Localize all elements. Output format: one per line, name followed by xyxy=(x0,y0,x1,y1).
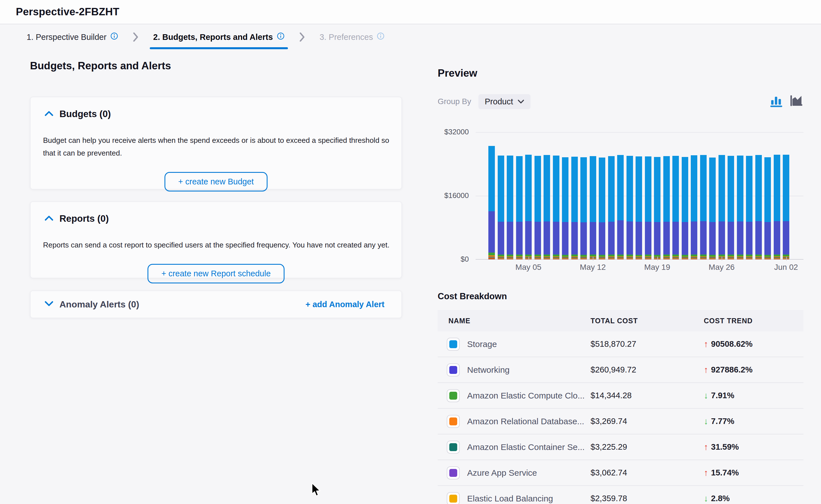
bar-segment-others xyxy=(728,259,734,259)
tab-preferences[interactable]: 3. Preferences xyxy=(316,25,389,49)
series-color-swatch xyxy=(447,415,460,428)
stacked-bar-May 24 xyxy=(700,155,707,259)
row-name: Elastic Load Balancing xyxy=(467,494,553,503)
bar-segment-storage xyxy=(553,156,559,222)
row-name: Networking xyxy=(467,365,510,375)
bar-segment-networking xyxy=(682,222,688,255)
stacked-bar-May 29 xyxy=(746,156,753,259)
table-row[interactable]: Amazon Elastic Container Se...$3,225.29↑… xyxy=(438,434,803,460)
x-axis-tick xyxy=(722,257,722,260)
bar-segment-networking xyxy=(663,222,670,255)
bar-segment-storage xyxy=(663,156,670,222)
bar-segment-others xyxy=(617,259,624,259)
bar-segment-storage xyxy=(691,155,697,221)
create-budget-button[interactable]: + create new Budget xyxy=(164,172,268,191)
bar-segment-networking xyxy=(488,211,495,253)
info-icon[interactable] xyxy=(377,32,384,42)
bar-segment-networking xyxy=(636,222,642,255)
bar-segment-networking xyxy=(654,222,661,255)
bar-segment-networking xyxy=(617,220,624,255)
bar-segment-others xyxy=(516,259,523,259)
chevron-up-icon[interactable] xyxy=(45,215,53,222)
x-axis-tick xyxy=(786,257,787,260)
bar-segment-amazon-elastic-compute-clo- xyxy=(580,255,587,257)
bar-segment-storage xyxy=(682,157,688,222)
bar-segment-others xyxy=(543,259,550,259)
x-axis-tick-label: May 26 xyxy=(699,263,744,272)
bar-segment-storage xyxy=(543,155,550,221)
wizard-tab-bar: 1. Perspective Builder 2. Budgets, Repor… xyxy=(0,25,821,49)
bar-segment-amazon-elastic-compute-clo- xyxy=(682,255,688,257)
stacked-bar-May 09 xyxy=(562,157,568,259)
table-row[interactable]: Elastic Load Balancing$2,359.78↓2.8% xyxy=(438,486,803,504)
info-icon[interactable] xyxy=(277,32,285,42)
x-axis-tick-label: May 05 xyxy=(506,263,551,272)
area-chart-icon[interactable] xyxy=(789,94,803,107)
table-row[interactable]: Amazon Elastic Compute Clo...$14,344.28↓… xyxy=(438,383,803,409)
bar-segment-amazon-elastic-compute-clo- xyxy=(672,255,679,257)
row-trend-value: 7.91% xyxy=(711,391,734,400)
bar-segment-storage xyxy=(700,155,707,221)
bar-segment-amazon-elastic-compute-clo- xyxy=(608,255,614,257)
tab-budgets-reports-alerts[interactable]: 2. Budgets, Reports and Alerts xyxy=(149,25,289,49)
bar-segment-others xyxy=(682,259,688,259)
chevron-up-icon[interactable] xyxy=(45,110,53,118)
bar-segment-amazon-elastic-compute-clo- xyxy=(562,255,568,257)
bar-segment-networking xyxy=(672,222,679,255)
bar-segment-amazon-elastic-compute-clo- xyxy=(507,255,513,257)
page-title: Perspective-2FBZHT xyxy=(16,6,119,18)
stacked-bar-May 22 xyxy=(682,157,688,259)
bar-segment-networking xyxy=(562,222,568,255)
bar-segment-networking xyxy=(709,222,716,255)
bar-segment-others xyxy=(764,259,771,259)
bar-segment-storage xyxy=(709,158,716,222)
bar-segment-amazon-elastic-compute-clo- xyxy=(543,255,550,257)
bar-segment-networking xyxy=(599,222,605,255)
bar-segment-storage xyxy=(617,155,624,220)
stacked-bar-May 12 xyxy=(590,156,596,259)
bar-segment-amazon-elastic-compute-clo- xyxy=(746,255,753,257)
stacked-bar-May 03 xyxy=(507,156,513,259)
trend-down-icon: ↓ xyxy=(704,391,708,401)
bar-chart-icon[interactable] xyxy=(770,94,783,107)
stacked-bar-May 04 xyxy=(516,156,523,259)
bar-segment-networking xyxy=(534,222,541,255)
x-axis-tick xyxy=(657,257,658,260)
add-anomaly-alert-button[interactable]: + add Anomaly Alert xyxy=(306,300,384,309)
table-row[interactable]: Azure App Service$3,062.74↑15.74% xyxy=(438,460,803,486)
bar-segment-others xyxy=(663,259,670,259)
perspective-wizard-page: Perspective-2FBZHT 1. Perspective Builde… xyxy=(0,0,821,504)
budgets-card: Budgets (0) Budget can help you receive … xyxy=(30,97,402,189)
bar-segment-others xyxy=(755,259,762,259)
bar-segment-networking xyxy=(691,221,697,255)
create-report-schedule-button[interactable]: + create new Report schedule xyxy=(147,264,285,283)
table-row[interactable]: Amazon Relational Database...$3,269.74↓7… xyxy=(438,409,803,434)
bar-segment-networking xyxy=(645,222,652,255)
stacked-bar-May 26 xyxy=(719,155,725,259)
stacked-bar-May 10 xyxy=(571,157,578,259)
stacked-bar-May 25 xyxy=(709,158,716,259)
bar-segment-others xyxy=(627,259,633,259)
bar-segment-storage xyxy=(608,156,614,222)
stacked-bar-May 18 xyxy=(645,156,652,260)
row-total-cost: $2,359.78 xyxy=(590,494,704,503)
table-row[interactable]: Networking$260,949.72↑927886.2% xyxy=(438,357,803,383)
table-row[interactable]: Storage$518,870.27↑90508.62% xyxy=(438,331,803,357)
bar-segment-others xyxy=(645,259,652,259)
cost-breakdown-heading: Cost Breakdown xyxy=(438,291,507,301)
info-icon[interactable] xyxy=(110,32,118,42)
stacked-bar-May 14 xyxy=(608,156,614,259)
chevron-down-icon[interactable] xyxy=(45,301,53,308)
trend-down-icon: ↓ xyxy=(704,494,708,504)
group-by-select[interactable]: Product xyxy=(478,94,530,109)
budgets-description: Budget can help you receive alerts when … xyxy=(43,134,395,160)
tab-perspective-builder[interactable]: 1. Perspective Builder xyxy=(23,25,122,49)
tab-label: 1. Perspective Builder xyxy=(27,33,106,42)
bar-segment-others xyxy=(580,259,587,259)
x-axis-tick xyxy=(528,257,529,260)
stacked-bar-May 15 xyxy=(617,155,624,259)
bar-segment-networking xyxy=(774,221,780,255)
bar-segment-others xyxy=(774,259,780,259)
column-header-cost-trend: COST TREND xyxy=(704,317,803,325)
reports-title: Reports (0) xyxy=(59,213,109,224)
